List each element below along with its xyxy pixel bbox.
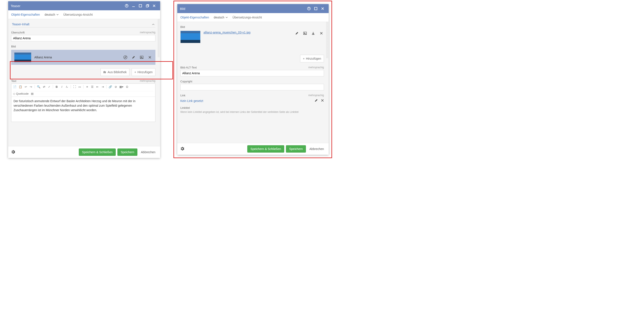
field-image: Bild allianz-arena_muenchen_03-v1.jpg +H… (180, 25, 324, 62)
edit-circle-icon[interactable] (123, 55, 128, 60)
save-button[interactable]: Speichern (118, 148, 138, 156)
dialog-body: Teaser-Inhalt Überschriftmehrsprachig Bi… (8, 19, 160, 146)
gear-icon[interactable] (180, 147, 185, 151)
svg-rect-4 (146, 5, 148, 7)
rte-link-icon[interactable]: 🔗 (108, 85, 112, 88)
field-alt-text: Bild-ALT-Textmehrsprachig (180, 66, 324, 76)
add-image-button[interactable]: +Hinzufügen (132, 68, 156, 76)
from-library-button[interactable]: Aus Bibliothek (100, 68, 130, 76)
dialog-footer: Speichern & Schließen Speichern Abbreche… (177, 143, 329, 155)
rte-paste-icon[interactable]: 📋 (19, 85, 22, 88)
scrollbar[interactable] (326, 22, 328, 143)
field-link: Linkmehrsprachig Kein Link gesetzt (180, 94, 324, 103)
rte-toolbar: 📄 📋 ↩ ↪ 🔍 ⇄ ✓ B I Iₓ ⛶ ▭ ≡ (12, 84, 155, 97)
tab-properties[interactable]: Objekt-Eigenschaften (11, 12, 40, 17)
rte-template-icon[interactable]: ▤ (31, 92, 34, 95)
tab-translate[interactable]: Übersetzungs-Ansicht (63, 12, 93, 17)
rte-source-button[interactable]: ◇ Quellcode (13, 92, 28, 95)
language-dropdown[interactable]: deutsch (45, 13, 58, 16)
image-actions (294, 31, 324, 36)
chevron-down-icon (226, 17, 228, 18)
rte-numlist-icon[interactable]: ≡ (86, 85, 89, 88)
preview-icon[interactable] (302, 31, 308, 36)
section-teaser-content[interactable]: Teaser-Inhalt (11, 21, 156, 28)
remove-icon[interactable] (147, 55, 152, 60)
rte-spellcheck-icon[interactable]: ✓ (48, 85, 51, 88)
rte-copy-icon[interactable]: 📄 (13, 85, 16, 88)
remove-icon[interactable] (319, 31, 324, 36)
close-icon[interactable] (151, 2, 158, 9)
preview-icon[interactable] (139, 55, 144, 60)
maximize-icon[interactable] (312, 5, 319, 12)
rte-bullist-icon[interactable]: ☰ (91, 85, 94, 88)
pencil-icon[interactable] (131, 55, 136, 60)
library-icon (103, 70, 106, 74)
plus-icon: + (134, 70, 136, 74)
save-close-button[interactable]: Speichern & Schließen (247, 145, 284, 152)
heading-input[interactable] (11, 35, 156, 42)
tabs: Objekt-Eigenschaften deutsch Übersetzung… (8, 10, 160, 19)
cancel-button[interactable]: Abbrechen (139, 150, 157, 154)
tab-properties[interactable]: Objekt-Eigenschaften (180, 15, 209, 20)
rich-text-editor: 📄 📋 ↩ ↪ 🔍 ⇄ ✓ B I Iₓ ⛶ ▭ ≡ (11, 84, 156, 122)
rte-undo-icon[interactable]: ↩ (24, 85, 27, 88)
rte-unlink-icon[interactable]: ⊘ (114, 85, 117, 88)
maximize-icon[interactable] (137, 2, 144, 9)
pencil-icon[interactable] (294, 31, 300, 36)
rte-indent-icon[interactable]: ⇥ (101, 85, 104, 88)
image-thumbnail (14, 52, 31, 62)
image-item-name: Allianz Arena (34, 56, 120, 59)
field-copyright: Copyright (180, 80, 324, 90)
image-item[interactable]: Allianz Arena (11, 50, 156, 65)
rte-search-icon[interactable]: 🔍 (37, 85, 40, 88)
rte-bold-icon[interactable]: B (55, 85, 58, 88)
tab-translate[interactable]: Übersetzungs-Ansicht (232, 15, 262, 20)
help-icon[interactable] (306, 5, 312, 12)
edit-link-icon[interactable] (314, 99, 318, 103)
rte-table-icon[interactable]: ▦▾ (119, 85, 124, 88)
image-filename-link[interactable]: allianz-arena_muenchen_03-v1.jpg (204, 31, 291, 34)
rte-outdent-icon[interactable]: ⇤ (96, 85, 99, 88)
scrollbar[interactable] (158, 19, 160, 146)
chevron-up-icon (152, 22, 154, 26)
rte-clear-icon[interactable]: Iₓ (66, 85, 68, 88)
svg-rect-13 (104, 71, 105, 73)
rte-fullscreen-icon[interactable]: ⛶ (73, 85, 76, 88)
rte-replace-icon[interactable]: ⇄ (42, 85, 46, 88)
minimize-icon[interactable] (130, 2, 137, 9)
rte-body[interactable]: Der futuristisch anmutende Entwurf der B… (12, 97, 155, 122)
help-icon[interactable] (123, 2, 130, 9)
save-button[interactable]: Speichern (286, 145, 306, 152)
image-thumbnail (180, 31, 200, 43)
link-status: Kein Link gesetzt (180, 99, 312, 102)
titlebar: Teaser (8, 1, 160, 10)
copyright-input[interactable] (180, 84, 324, 90)
field-heading: Überschriftmehrsprachig (11, 31, 156, 42)
language-dropdown[interactable]: deutsch (214, 16, 228, 19)
rte-redo-icon[interactable]: ↪ (30, 85, 32, 88)
svg-point-16 (309, 9, 309, 10)
download-icon[interactable] (310, 31, 316, 36)
save-close-button[interactable]: Speichern & Schließen (79, 148, 116, 156)
titlebar: Bild (177, 4, 329, 13)
image-item-actions (123, 55, 152, 60)
add-image-button[interactable]: +Hinzufügen (300, 55, 324, 62)
svg-point-1 (126, 6, 127, 7)
plus-icon: + (303, 57, 304, 60)
alt-text-input[interactable] (180, 70, 324, 76)
rte-italic-icon[interactable]: I (60, 85, 63, 88)
gear-icon[interactable] (11, 150, 16, 154)
svg-point-7 (124, 56, 127, 59)
restore-icon[interactable] (144, 2, 151, 9)
cancel-button[interactable]: Abbrechen (308, 147, 326, 151)
field-linktitle: Linktitel Wenn kein Linktitel angegeben … (180, 106, 324, 114)
dialog-title: Bild (180, 7, 306, 10)
rte-blocks-icon[interactable]: ▭ (78, 85, 81, 88)
chevron-down-icon (56, 14, 58, 15)
close-icon[interactable] (319, 5, 326, 12)
dialog-footer: Speichern & Schließen Speichern Abbreche… (8, 146, 160, 158)
rte-omega-icon[interactable]: Ω (126, 85, 128, 88)
linktitle-note: Wenn kein Linktitel angegeben ist, wird … (180, 110, 324, 114)
teaser-dialog: Teaser Objekt-Eigenschaften deutsch Über… (8, 1, 160, 158)
clear-link-icon[interactable] (321, 99, 324, 102)
